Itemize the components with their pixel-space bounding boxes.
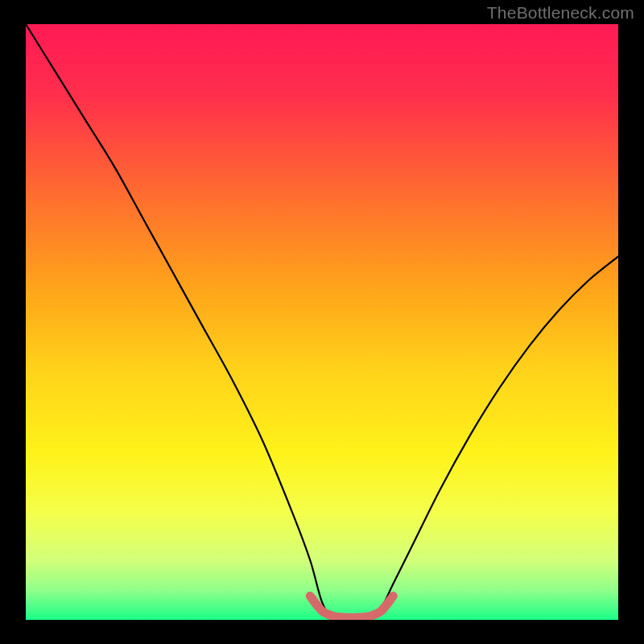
optimal-marker <box>310 596 393 617</box>
chart-frame: TheBottleneck.com <box>0 0 644 644</box>
plot-area <box>26 24 618 620</box>
watermark-text: TheBottleneck.com <box>487 3 634 23</box>
curve-layer <box>26 24 618 620</box>
bottleneck-curve <box>26 24 618 620</box>
